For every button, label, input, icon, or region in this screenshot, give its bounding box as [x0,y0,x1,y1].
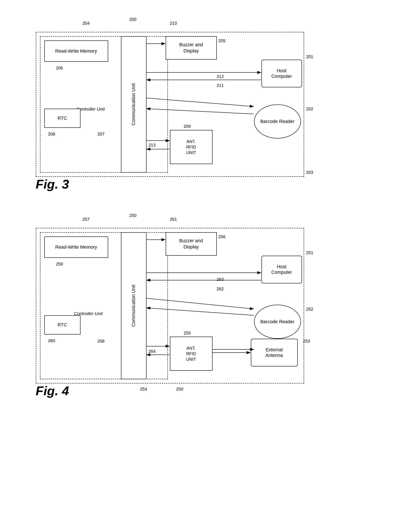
buzzer-label-fig3: Buzzer and Display [179,42,203,54]
rwmem-box-fig3: Read-Write Memory [44,40,108,62]
ext-antenna-box-fig4: External Antenna [251,339,298,366]
ref-263: 263 [217,277,224,282]
ref-253: 253 [303,339,310,344]
ref-260: 260 [48,338,55,343]
ref-258: 258 [98,339,104,344]
ant-rfid-box-fig3: ANT. RFID UNIT [170,130,213,164]
comm-unit-label-fig3: Communication Unit [131,83,137,126]
host-computer-box-fig4: Host Computer [262,256,302,283]
buzzer-box-fig4: Buzzer and Display [166,232,217,256]
ref-255: 255 [184,331,191,336]
comm-unit-box-fig4: Communication Unit [121,232,147,379]
fig4-label: Fig. 4 [36,383,69,398]
fig3-label: Fig. 3 [36,177,69,192]
rtc-box-fig4: RTC [44,315,81,334]
fig4-diagram: 257 250 261 Controller Unit Read-Write M… [16,213,379,405]
host-label-fig4: Host Computer [271,264,292,275]
rtc-box-fig3: RTC [44,109,81,128]
ref-207: 207 [98,132,104,137]
ant-rfid-box-fig4: ANT. RFID UNIT [170,337,213,371]
barcode-label-fig3: Barcode Reader [260,119,294,124]
rtc-label-fig3: RTC [57,115,67,122]
ant-rfid-label-fig4: ANT. RFID UNIT [186,345,196,362]
rwmem-label-fig3: Read-Write Memory [55,48,97,54]
ref-211: 211 [217,83,224,88]
comm-unit-label-fig4: Communication Unit [131,285,137,327]
ref-200: 200 [129,17,137,22]
rwmem-box-fig4: Read-Write Memory [44,237,108,258]
ref-212: 212 [217,74,224,79]
ref-250-bottom: 250 [176,387,183,392]
ref-254: 254 [140,387,147,392]
buzzer-box-fig3: Buzzer and Display [166,36,217,60]
ref-251: 251 [306,250,313,255]
ref-208: 208 [48,132,55,137]
ref-264: 264 [149,349,156,354]
fig3-diagram: 204 200 210 Controller Unit Read-Write M… [16,17,379,192]
ref-213: 213 [149,143,156,148]
ref-252: 252 [306,307,313,312]
ref-257: 257 [83,217,90,222]
rwmem-label-fig4: Read-Write Memory [55,244,97,250]
ref-259: 259 [56,262,63,266]
ref-210: 210 [170,21,177,26]
barcode-reader-box-fig3: Barcode Reader [254,104,301,139]
host-label-fig3: Host Computer [271,68,292,79]
page: 204 200 210 Controller Unit Read-Write M… [0,0,395,532]
barcode-reader-box-fig4: Barcode Reader [254,305,301,339]
barcode-label-fig4: Barcode Reader [260,319,294,324]
ref-250-top: 250 [129,213,137,218]
ref-209: 209 [184,124,191,129]
ref-201: 201 [306,54,313,59]
rtc-label-fig4: RTC [57,322,67,328]
ref-262: 262 [217,287,224,291]
ref-206: 206 [56,66,63,71]
host-computer-box-fig3: Host Computer [262,60,302,87]
ref-204: 204 [83,21,90,26]
ext-antenna-label-fig4: External Antenna [266,347,283,358]
ref-261: 261 [170,217,177,222]
controller-unit-label-fig3: Controller Unit [76,106,105,112]
ref-256: 256 [219,234,225,239]
buzzer-label-fig4: Buzzer and Display [179,238,203,250]
comm-unit-box-fig3: Communication Unit [121,36,147,172]
ant-rfid-label-fig3: ANT. RFID UNIT [186,139,196,155]
ref-205: 205 [219,38,225,43]
ref-203: 203 [306,170,313,175]
ref-202: 202 [306,106,313,111]
